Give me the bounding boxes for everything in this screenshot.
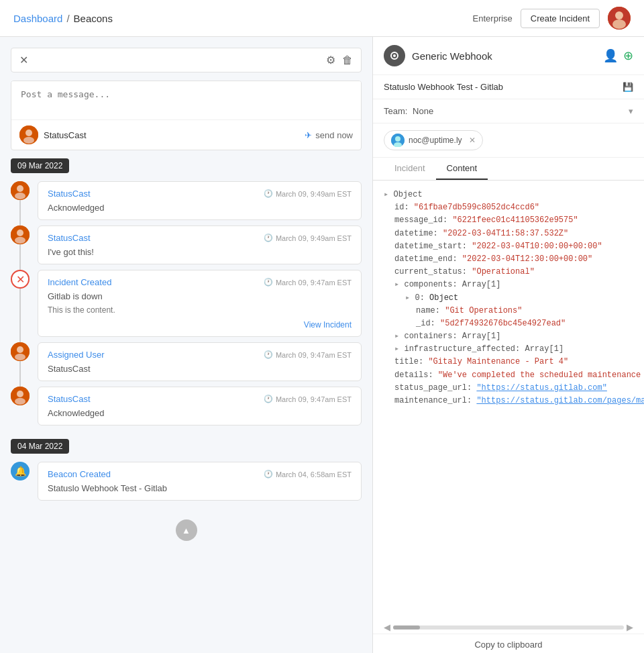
event-icon-5 — [11, 387, 30, 405]
team-label: Team: None — [384, 106, 433, 116]
json-content[interactable]: ▸ Object id: "61fbae7db599c8052dc4ccd6" … — [373, 181, 644, 621]
json-line-9: name: "Git Operations" — [384, 305, 633, 317]
tab-incident[interactable]: Incident — [384, 158, 436, 180]
event-header-3: Incident Created 🕐 March 09, 9:47am EST — [48, 277, 352, 287]
timeline-line-2 — [19, 244, 21, 270]
save-icon[interactable]: 💾 — [623, 82, 633, 92]
scroll-to-bottom: ▲ — [11, 519, 362, 541]
event-icon-6: 🔔 — [11, 462, 30, 481]
add-user-icon[interactable]: ⊕ — [623, 48, 633, 63]
left-panel: ✕ ⚙ 🗑 StatusCast — [0, 37, 372, 653]
scroll-thumb — [393, 625, 420, 630]
user-email: noc@uptime.ly — [409, 136, 462, 145]
message-footer: StatusCast ✈ send now — [11, 119, 361, 150]
clock-icon: 🕐 — [264, 189, 273, 198]
webhook-header: Generic Webhook 👤 ⊕ — [373, 37, 644, 75]
event-card-2: StatusCast 🕐 March 09, 9:49am EST I've g… — [38, 225, 362, 264]
svg-point-20 — [393, 54, 396, 57]
remove-user-button[interactable]: ✕ — [469, 136, 476, 145]
webhook-name: Generic Webhook — [412, 50, 492, 62]
json-line-14: details: "We've completed the scheduled … — [384, 369, 633, 382]
event-header-2: StatusCast 🕐 March 09, 9:49am EST — [48, 233, 352, 243]
json-line-3: datetime: "2022-03-04T11:58:37.532Z" — [384, 228, 633, 240]
json-line-6: current_status: "Operational" — [384, 266, 633, 279]
clock-icon-2: 🕐 — [264, 234, 273, 242]
timeline-line-3 — [19, 289, 21, 342]
copy-to-clipboard-button[interactable]: Copy to clipboard — [474, 640, 542, 650]
toolbar-left: ✕ — [19, 54, 28, 66]
json-line-12: ▸ infrastructure_affected: Array[1] — [384, 343, 633, 356]
view-incident-link[interactable]: View Incident — [48, 320, 352, 330]
event-title-6: Beacon Created — [48, 469, 111, 479]
event-time-4: 🕐 March 09, 9:47am EST — [264, 350, 352, 359]
copy-button-row: Copy to clipboard — [373, 634, 644, 653]
enterprise-label: Enterprise — [473, 13, 513, 23]
timeline-item-2: StatusCast 🕐 March 09, 9:49am EST I've g… — [11, 225, 362, 264]
date-label-1: 09 Mar 2022 — [11, 158, 69, 173]
close-button[interactable]: ✕ — [19, 54, 28, 66]
clock-icon-3: 🕐 — [264, 278, 273, 287]
composer-username: StatusCast — [44, 130, 87, 140]
timeline-item-1: StatusCast 🕐 March 09, 9:49am EST Acknow… — [11, 181, 362, 220]
event-icon-4 — [11, 342, 30, 361]
svg-point-8 — [15, 193, 25, 199]
user-info: StatusCast — [19, 125, 87, 144]
settings-icon[interactable]: ⚙ — [326, 54, 335, 66]
timeline-item-6: 🔔 Beacon Created 🕐 March 04, 6:58am EST … — [11, 462, 362, 501]
event-header-1: StatusCast 🕐 March 09, 9:49am EST — [48, 189, 352, 199]
event-content-3: This is the content. — [48, 305, 352, 315]
team-row[interactable]: Team: None ▾ — [373, 99, 644, 123]
webhook-header-actions: 👤 ⊕ — [603, 48, 633, 63]
svg-point-16 — [17, 391, 23, 397]
breadcrumb: Dashboard / Beacons — [13, 13, 113, 24]
event-header-5: StatusCast 🕐 March 09, 9:47am EST — [48, 394, 352, 404]
svg-point-7 — [17, 185, 23, 192]
event-title-3: Incident Created — [48, 277, 111, 287]
message-input[interactable] — [11, 81, 361, 117]
chevron-down-icon: ▾ — [629, 106, 633, 116]
avatar[interactable] — [608, 7, 631, 30]
event-title-2: StatusCast — [48, 233, 91, 243]
event-title-5: StatusCast — [48, 394, 91, 404]
svg-point-22 — [395, 136, 400, 142]
horizontal-scrollbar[interactable]: ◀ ▶ — [373, 621, 644, 634]
clock-icon-6: 🕐 — [264, 470, 273, 479]
event-title-1: StatusCast — [48, 189, 91, 199]
event-body-5: Acknowledged — [48, 408, 352, 418]
date-badge-2: 04 Mar 2022 — [11, 439, 362, 454]
scroll-right-arrow[interactable]: ▶ — [627, 622, 633, 632]
json-line-16: maintenance_url: "https://status.gitlab.… — [384, 395, 633, 407]
json-line-15: status_page_url: "https://status.gitlab.… — [384, 382, 633, 395]
svg-point-13 — [17, 346, 23, 353]
json-line-10: _id: "5d2f74932676bc45e4927ead" — [384, 317, 633, 330]
tab-content[interactable]: Content — [436, 158, 488, 180]
event-body-6: Statuslo Webhook Test - Gitlab — [48, 483, 352, 493]
timeline-item-5: StatusCast 🕐 March 09, 9:47am EST Acknow… — [11, 387, 362, 425]
event-icon-1 — [11, 181, 30, 200]
user-tag: noc@uptime.ly ✕ — [384, 130, 483, 150]
scroll-left-arrow[interactable]: ◀ — [384, 622, 390, 632]
send-now-button[interactable]: ✈ send now — [305, 130, 353, 140]
user-icon[interactable]: 👤 — [603, 48, 618, 63]
create-incident-button[interactable]: Create Incident — [521, 9, 600, 28]
svg-point-4 — [25, 130, 32, 136]
event-card-1: StatusCast 🕐 March 09, 9:49am EST Acknow… — [38, 181, 362, 220]
json-line-13: title: "Gitaly Maintenance - Part 4" — [384, 356, 633, 368]
json-line-5: datetime_end: "2022-03-04T12:30:00+00:00… — [384, 253, 633, 266]
delete-icon[interactable]: 🗑 — [342, 54, 353, 66]
scroll-track — [393, 625, 624, 630]
event-body-1: Acknowledged — [48, 203, 352, 213]
json-line-7: ▸ components: Array[1] — [384, 279, 633, 291]
timeline-item-4: Assigned User 🕐 March 09, 9:47am EST Sta… — [11, 342, 362, 381]
scroll-button[interactable]: ▲ — [176, 519, 197, 541]
timeline-line-4 — [19, 361, 21, 387]
beacons-label: Beacons — [74, 13, 113, 24]
event-title-4: Assigned User — [48, 350, 105, 360]
svg-point-1 — [615, 11, 623, 19]
date-label-2: 04 Mar 2022 — [11, 439, 69, 454]
team-value: None — [413, 106, 433, 116]
event-time-2: 🕐 March 09, 9:49am EST — [264, 234, 352, 242]
breadcrumb-separator: / — [66, 13, 69, 24]
event-body-2: I've got this! — [48, 247, 352, 257]
dashboard-link[interactable]: Dashboard — [13, 13, 62, 24]
